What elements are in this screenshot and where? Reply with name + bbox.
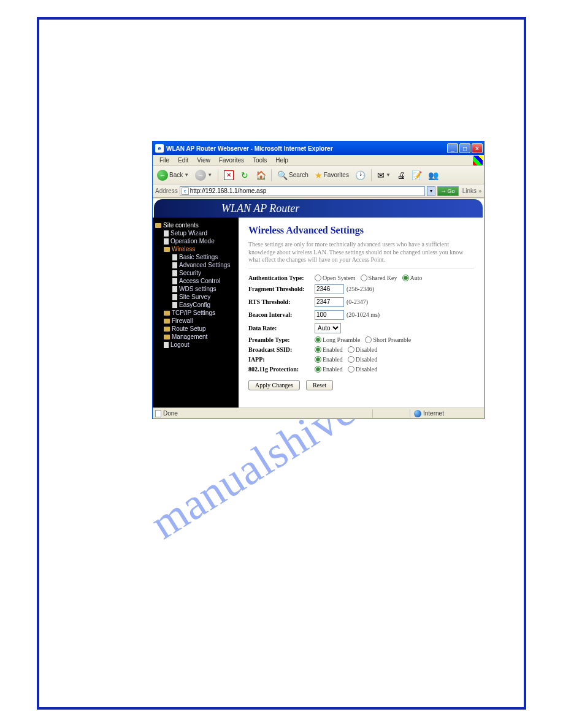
row-iapp: IAPP: Enabled Disabled [248,356,474,363]
search-label: Search [289,172,308,178]
favorites-label: Favorites [324,172,349,178]
mail-button[interactable]: ✉▼ [375,169,393,182]
radio-prot-enabled[interactable]: Enabled [315,366,343,373]
radio-auto[interactable]: Auto [402,275,423,281]
minimize-button[interactable]: _ [447,143,458,153]
label-fragment: Fragment Threshold: [248,286,315,292]
select-data-rate[interactable]: Auto [315,323,341,333]
address-dropdown[interactable]: ▾ [427,186,435,196]
page-icon [172,302,177,308]
messenger-icon: 👥 [428,170,439,180]
sidebar-item-route-setup[interactable]: Route Setup [155,325,236,333]
back-button[interactable]: ← Back ▼ [155,169,191,182]
go-arrow-icon: → [441,188,446,194]
document-icon [155,410,161,417]
sidebar-item-operation-mode[interactable]: Operation Mode [155,237,236,245]
menu-edit[interactable]: Edit [174,156,193,165]
sidebar-item-security[interactable]: Security [155,269,236,277]
sidebar-item-label: Route Setup [172,325,206,332]
forward-dropdown-icon: ▼ [207,172,212,178]
page-icon [172,254,177,260]
titlebar: e WLAN AP Router Webserver - Microsoft I… [153,142,484,155]
search-button[interactable]: 🔍 Search [275,169,310,182]
radio-prot-disabled[interactable]: Disabled [348,366,378,373]
sidebar-root-label: Site contents [163,222,199,229]
favorites-button[interactable]: ★ Favorites [313,169,351,182]
sidebar-item-tcp-ip-settings[interactable]: TCP/IP Settings [155,309,236,317]
messenger-button[interactable]: 👥 [426,169,440,182]
menubar: File Edit View Favorites Tools Help [153,155,484,166]
sidebar-item-site-survey[interactable]: Site Survey [155,293,236,301]
sidebar-item-label: Site Survey [179,294,210,300]
row-auth-type: Authentication Type: Open System Shared … [248,275,474,281]
radio-short-preamble[interactable]: Short Preamble [365,336,411,343]
sidebar-item-access-control[interactable]: Access Control [155,277,236,285]
forward-button[interactable]: → ▼ [193,169,214,182]
sidebar-item-wireless[interactable]: Wireless [155,245,236,253]
sidebar-item-label: Logout [170,341,190,348]
folder-icon [164,327,170,332]
sidebar-item-easyconfig[interactable]: EasyConfig [155,301,236,309]
row-broadcast-ssid: Broadcast SSID: Enabled Disabled [248,346,474,353]
edit-button[interactable]: 📝 [410,169,424,182]
refresh-button[interactable]: ↻ [238,169,251,182]
radio-iapp-disabled[interactable]: Disabled [348,356,378,363]
ie-icon: e [155,144,164,153]
home-button[interactable]: 🏠 [254,169,267,182]
menu-view[interactable]: View [193,156,215,165]
mail-icon: ✉ [377,170,385,180]
main-panel: Wireless Advanced Settings These setting… [239,218,484,408]
sidebar-item-label: EasyConfig [179,301,210,308]
label-auth-type: Authentication Type: [248,275,315,281]
apply-button[interactable]: Apply Changes [248,380,300,390]
maximize-button[interactable]: □ [459,143,470,153]
folder-icon [164,319,170,324]
edit-icon: 📝 [412,170,422,180]
close-button[interactable]: × [472,143,483,153]
go-button[interactable]: → Go [437,186,459,196]
radio-long-preamble[interactable]: Long Preamble [315,336,360,343]
sidebar-root[interactable]: Site contents [155,221,236,229]
links-label[interactable]: Links [462,188,477,194]
menu-favorites[interactable]: Favorites [215,156,248,165]
sidebar-item-wds-settings[interactable]: WDS settings [155,285,236,293]
page-icon [172,294,177,300]
windows-logo-icon [473,156,483,165]
sidebar-item-logout[interactable]: Logout [155,341,236,349]
links-expand-icon[interactable]: » [478,188,481,194]
label-protection: 802.11g Protection: [248,366,315,373]
input-beacon[interactable] [315,310,344,320]
print-button[interactable]: 🖨 [395,169,407,182]
page-icon [172,262,177,268]
reset-button[interactable]: Reset [306,380,333,390]
menu-tools[interactable]: Tools [248,156,271,165]
history-button[interactable]: 🕑 [353,169,367,182]
sidebar-item-label: Access Control [179,278,220,284]
sidebar-item-advanced-settings[interactable]: Advanced Settings [155,261,236,269]
sidebar-item-label: Operation Mode [170,238,215,245]
menu-help[interactable]: Help [271,156,293,165]
row-beacon-interval: Beacon Interval: (20-1024 ms) [248,310,474,320]
page-icon [164,230,169,237]
sidebar-item-label: Basic Settings [179,254,218,260]
radio-ssid-enabled[interactable]: Enabled [315,346,343,353]
sidebar-item-management[interactable]: Management [155,333,236,341]
input-fragment[interactable] [315,284,344,294]
label-beacon: Beacon Interval: [248,311,315,318]
banner-title: WLAN AP Router [221,202,299,215]
radio-iapp-enabled[interactable]: Enabled [315,356,343,363]
sidebar-item-setup-wizard[interactable]: Setup Wizard [155,229,236,237]
page-icon [164,342,169,348]
radio-ssid-disabled[interactable]: Disabled [348,346,378,353]
sidebar-item-firewall[interactable]: Firewall [155,317,236,325]
input-rts[interactable] [315,297,344,307]
page-content: WLAN AP Router Site contents Setup Wizar… [153,199,484,408]
radio-shared-key[interactable]: Shared Key [361,275,397,281]
menu-file[interactable]: File [155,156,174,165]
address-input[interactable]: e http://192.168.1.1/home.asp [180,186,425,196]
page-frame: manualshive.com e WLAN AP Router Webserv… [37,17,526,710]
sidebar-item-basic-settings[interactable]: Basic Settings [155,253,236,261]
radio-open-system[interactable]: Open System [315,275,356,281]
stop-button[interactable]: ✕ [222,169,236,182]
history-icon: 🕑 [355,170,366,180]
